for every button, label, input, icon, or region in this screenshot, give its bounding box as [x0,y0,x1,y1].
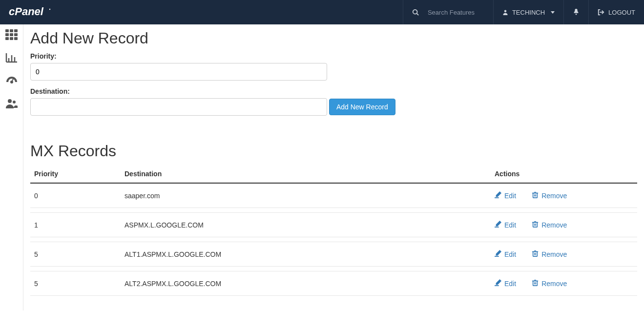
remove-label: Remove [541,221,567,229]
svg-point-21 [10,81,13,83]
cell-destination: ALT2.ASPMX.L.GOOGLE.COM [121,271,491,296]
svg-rect-12 [14,33,18,36]
svg-rect-31 [495,227,499,228]
cell-destination: ASPMX.L.GOOGLE.COM [121,213,491,237]
edit-label: Edit [504,280,516,288]
svg-line-3 [417,14,419,16]
sidebar-item-apps[interactable] [5,29,18,41]
svg-rect-32 [533,223,538,228]
cell-priority: 5 [30,271,121,296]
svg-rect-37 [495,256,499,257]
remove-label: Remove [541,192,567,200]
edit-label: Edit [504,192,516,200]
cpanel-logo[interactable]: cPanel [0,6,66,18]
svg-rect-11 [10,33,13,36]
svg-rect-9 [14,29,18,32]
svg-rect-13 [5,37,9,40]
notifications-button[interactable] [563,0,588,24]
edit-label: Edit [504,221,516,229]
logout-label: LOGOUT [608,9,635,16]
priority-input[interactable] [30,63,327,81]
edit-button[interactable]: Edit [495,191,516,200]
remove-label: Remove [541,250,567,258]
priority-label: Priority: [30,52,637,60]
username-label: TECHINCH [512,9,545,16]
add-record-heading: Add New Record [30,29,637,47]
remove-button[interactable]: Remove [532,191,567,200]
cell-priority: 0 [30,183,121,208]
svg-point-1 [49,9,50,10]
svg-rect-22 [11,78,13,81]
search-section[interactable] [403,0,493,24]
main-content: Add New Record Priority: Destination: Ad… [23,24,644,310]
trash-icon [532,191,539,200]
column-actions: Actions [491,165,637,183]
top-bar: cPanel TECHINCH [0,0,644,24]
svg-rect-15 [14,37,18,40]
svg-rect-43 [495,285,499,286]
chevron-down-icon [551,11,555,14]
user-menu[interactable]: TECHINCH [493,0,563,24]
svg-rect-14 [10,37,13,40]
bar-chart-icon [5,52,18,64]
pencil-icon [495,279,501,288]
cell-destination: saaper.com [121,183,491,208]
sidebar-item-stats[interactable] [5,52,18,64]
remove-button[interactable]: Remove [532,279,567,288]
remove-button[interactable]: Remove [532,221,567,229]
grid-icon [5,29,18,41]
svg-point-4 [504,10,507,13]
search-input[interactable] [428,9,481,16]
edit-button[interactable]: Edit [495,250,516,258]
cell-priority: 5 [30,242,121,267]
svg-rect-10 [5,33,9,36]
gauge-icon [5,75,18,87]
trash-icon [532,250,539,258]
trash-icon [532,279,539,288]
svg-rect-25 [495,197,499,198]
trash-icon [532,221,539,229]
bell-icon [573,8,580,17]
cell-destination: ALT1.ASPMX.L.GOOGLE.COM [121,242,491,267]
svg-rect-7 [5,29,9,32]
edit-label: Edit [504,250,516,258]
sidebar-item-dashboard[interactable] [5,75,18,87]
remove-button[interactable]: Remove [532,250,567,258]
edit-button[interactable]: Edit [495,221,516,229]
logout-button[interactable]: LOGOUT [588,0,644,24]
search-icon [412,9,419,16]
svg-rect-26 [533,193,538,198]
sidebar [0,24,23,310]
remove-label: Remove [541,280,567,288]
edit-button[interactable]: Edit [495,279,516,288]
svg-point-23 [8,99,12,103]
user-icon [502,9,508,15]
pencil-icon [495,191,501,200]
svg-point-5 [576,13,577,15]
pencil-icon [495,250,501,258]
records-heading: MX Records [30,142,637,160]
svg-rect-44 [533,281,538,286]
add-record-button[interactable]: Add New Record [329,99,395,115]
users-icon [5,98,18,110]
table-row: 5ALT1.ASPMX.L.GOOGLE.COMEditRemove [30,242,637,267]
sidebar-item-users[interactable] [5,98,18,110]
destination-label: Destination: [30,87,637,95]
table-row: 5ALT2.ASPMX.L.GOOGLE.COMEditRemove [30,271,637,296]
logout-icon [598,9,604,16]
svg-text:cPanel: cPanel [9,6,44,18]
destination-input[interactable] [30,98,327,116]
svg-rect-8 [10,29,13,32]
table-row: 0saaper.comEditRemove [30,183,637,208]
pencil-icon [495,221,501,229]
svg-rect-38 [533,252,538,257]
table-row: 1ASPMX.L.GOOGLE.COMEditRemove [30,213,637,237]
svg-point-2 [413,10,417,14]
cell-priority: 1 [30,213,121,237]
mx-records-table: Priority Destination Actions 0saaper.com… [30,165,637,296]
column-priority: Priority [30,165,121,183]
svg-point-24 [13,101,16,103]
column-destination: Destination [121,165,491,183]
